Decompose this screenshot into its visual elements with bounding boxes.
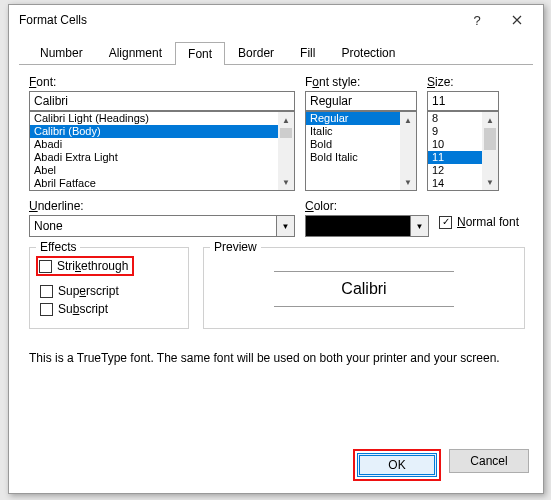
underline-value: None bbox=[29, 215, 277, 237]
close-button[interactable] bbox=[497, 6, 537, 34]
font-option[interactable]: Abadi Extra Light bbox=[30, 151, 278, 164]
font-input[interactable]: Calibri bbox=[29, 91, 295, 111]
size-option[interactable]: 8 bbox=[428, 112, 482, 125]
tab-fill[interactable]: Fill bbox=[287, 41, 328, 64]
preview-legend: Preview bbox=[210, 240, 261, 254]
tab-content: Font: Calibri Calibri Light (Headings) C… bbox=[9, 65, 543, 365]
font-label: Font: bbox=[29, 75, 295, 89]
normal-font-label: Normal font bbox=[457, 215, 519, 229]
superscript-checkbox[interactable]: Superscript bbox=[40, 284, 178, 298]
subscript-label: Subscript bbox=[58, 302, 108, 316]
titlebar: Format Cells ? bbox=[9, 5, 543, 35]
chevron-down-icon[interactable]: ▼ bbox=[277, 215, 295, 237]
preview-sample: Calibri bbox=[274, 271, 454, 307]
size-option[interactable]: 11 bbox=[428, 151, 482, 164]
font-style-input[interactable]: Regular bbox=[305, 91, 417, 111]
size-option[interactable]: 12 bbox=[428, 164, 482, 177]
tab-number[interactable]: Number bbox=[27, 41, 96, 64]
tab-border[interactable]: Border bbox=[225, 41, 287, 64]
scroll-down-icon[interactable]: ▼ bbox=[482, 174, 498, 190]
font-hint: This is a TrueType font. The same font w… bbox=[29, 351, 525, 365]
font-option[interactable]: Abril Fatface bbox=[30, 177, 278, 190]
size-option[interactable]: 9 bbox=[428, 125, 482, 138]
scroll-down-icon[interactable]: ▼ bbox=[400, 174, 416, 190]
size-listbox[interactable]: 8 9 10 11 12 14 ▲ ▼ bbox=[427, 111, 499, 191]
tab-strip: Number Alignment Font Border Fill Protec… bbox=[27, 41, 533, 64]
underline-combo[interactable]: None ▼ bbox=[29, 215, 295, 237]
effects-legend: Effects bbox=[36, 240, 80, 254]
scroll-up-icon[interactable]: ▲ bbox=[278, 112, 294, 128]
color-combo[interactable]: ▼ bbox=[305, 215, 429, 237]
window-title: Format Cells bbox=[19, 13, 457, 27]
strikethrough-checkbox[interactable]: Strikethrough bbox=[39, 259, 128, 273]
underline-label: Underline: bbox=[29, 199, 295, 213]
font-option[interactable]: Abadi bbox=[30, 138, 278, 151]
tab-protection[interactable]: Protection bbox=[328, 41, 408, 64]
tab-alignment[interactable]: Alignment bbox=[96, 41, 175, 64]
checkbox-icon bbox=[40, 303, 53, 316]
format-cells-dialog: Format Cells ? Number Alignment Font Bor… bbox=[8, 4, 544, 494]
font-scrollbar[interactable]: ▲ ▼ bbox=[278, 112, 294, 190]
style-option[interactable]: Italic bbox=[306, 125, 400, 138]
scroll-up-icon[interactable]: ▲ bbox=[400, 112, 416, 128]
scroll-down-icon[interactable]: ▼ bbox=[278, 174, 294, 190]
font-option[interactable]: Abel bbox=[30, 164, 278, 177]
cancel-button[interactable]: Cancel bbox=[449, 449, 529, 473]
effects-group: Effects Strikethrough Superscript Subscr… bbox=[29, 247, 189, 329]
checkbox-icon bbox=[40, 285, 53, 298]
size-label: Size: bbox=[427, 75, 499, 89]
font-style-listbox[interactable]: Regular Italic Bold Bold Italic ▲ ▼ bbox=[305, 111, 417, 191]
superscript-label: Superscript bbox=[58, 284, 119, 298]
scroll-thumb[interactable] bbox=[484, 128, 496, 150]
tab-font[interactable]: Font bbox=[175, 42, 225, 65]
close-icon bbox=[512, 15, 522, 25]
subscript-checkbox[interactable]: Subscript bbox=[40, 302, 178, 316]
strikethrough-label: Strikethrough bbox=[57, 259, 128, 273]
font-listbox[interactable]: Calibri Light (Headings) Calibri (Body) … bbox=[29, 111, 295, 191]
normal-font-checkbox[interactable]: ✓ Normal font bbox=[439, 215, 525, 229]
style-option[interactable]: Bold Italic bbox=[306, 151, 400, 164]
scroll-thumb[interactable] bbox=[280, 128, 292, 138]
preview-group: Preview Calibri bbox=[203, 247, 525, 329]
font-style-label: Font style: bbox=[305, 75, 417, 89]
chevron-down-icon[interactable]: ▼ bbox=[411, 215, 429, 237]
help-button[interactable]: ? bbox=[457, 6, 497, 34]
size-option[interactable]: 10 bbox=[428, 138, 482, 151]
size-scrollbar[interactable]: ▲ ▼ bbox=[482, 112, 498, 190]
style-option[interactable]: Bold bbox=[306, 138, 400, 151]
scroll-up-icon[interactable]: ▲ bbox=[482, 112, 498, 128]
ok-button[interactable]: OK bbox=[357, 453, 437, 477]
check-icon: ✓ bbox=[439, 216, 452, 229]
size-option[interactable]: 14 bbox=[428, 177, 482, 190]
style-option[interactable]: Regular bbox=[306, 112, 400, 125]
color-swatch bbox=[305, 215, 411, 237]
size-input[interactable]: 11 bbox=[427, 91, 499, 111]
font-option[interactable]: Calibri (Body) bbox=[30, 125, 278, 138]
font-option[interactable]: Calibri Light (Headings) bbox=[30, 112, 278, 125]
color-label: Color: bbox=[305, 199, 429, 213]
checkbox-icon bbox=[39, 260, 52, 273]
style-scrollbar[interactable]: ▲ ▼ bbox=[400, 112, 416, 190]
